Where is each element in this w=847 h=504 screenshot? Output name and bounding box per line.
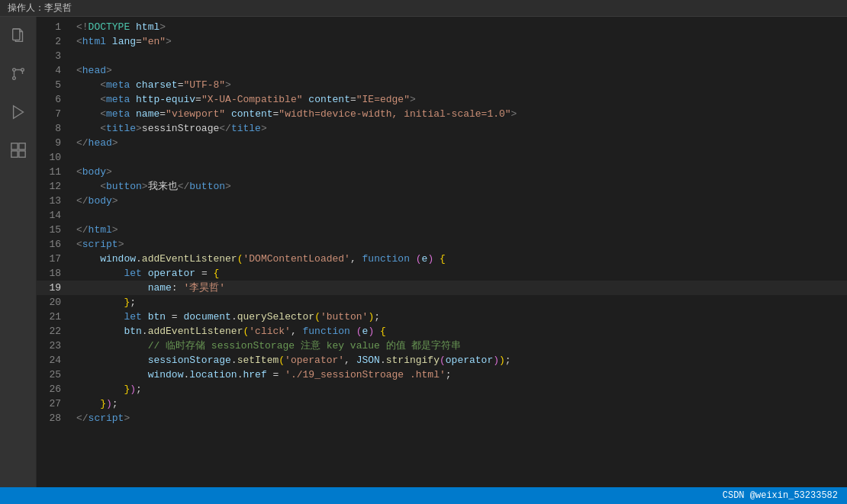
code-text: let btn = document.querySelector('button… (73, 310, 847, 324)
debug-icon[interactable] (5, 99, 31, 125)
code-text: }); (73, 396, 847, 411)
code-line: 14 (37, 208, 847, 223)
code-line: 15</html> (37, 223, 847, 237)
line-number: 28 (37, 411, 73, 425)
code-text: <button>我来也</button> (73, 179, 847, 194)
files-icon[interactable] (5, 23, 31, 49)
code-text: <meta name="viewport" content="width=dev… (73, 107, 847, 121)
code-text: <meta charset="UTF-8"> (73, 78, 847, 92)
code-line: 3 (37, 49, 847, 63)
svg-rect-8 (11, 143, 17, 149)
extensions-icon[interactable] (5, 137, 31, 163)
line-number: 22 (37, 324, 73, 339)
line-number: 12 (37, 179, 73, 194)
line-number: 15 (37, 223, 73, 237)
svg-point-4 (12, 69, 15, 72)
code-line: 2<html lang="en"> (37, 34, 847, 49)
svg-rect-9 (18, 143, 24, 149)
line-number: 26 (37, 382, 73, 396)
line-number: 20 (37, 295, 73, 310)
source-control-icon[interactable] (5, 61, 31, 87)
line-number: 10 (37, 150, 73, 165)
svg-rect-11 (18, 151, 24, 157)
code-line: 11<body> (37, 165, 847, 179)
code-text: <html lang="en"> (73, 34, 847, 49)
svg-marker-7 (13, 106, 23, 119)
code-line: 8 <title>sessinStroage</title> (37, 121, 847, 136)
line-number: 6 (37, 92, 73, 107)
code-text: <!DOCTYPE html> (73, 20, 847, 34)
line-number: 11 (37, 165, 73, 179)
line-number: 19 (37, 281, 73, 295)
code-line: 5 <meta charset="UTF-8"> (37, 78, 847, 92)
code-text: <title>sessinStroage</title> (73, 121, 847, 136)
code-line: 19 name: '李昊哲' (37, 281, 847, 295)
code-line: 6 <meta http-equiv="X-UA-Compatible" con… (37, 92, 847, 107)
code-line: 16<script> (37, 237, 847, 252)
code-line: 9</head> (37, 136, 847, 150)
code-line: 17 window.addEventListener('DOMContentLo… (37, 252, 847, 266)
code-line: 7 <meta name="viewport" content="width=d… (37, 107, 847, 121)
line-number: 25 (37, 368, 73, 382)
code-text: }); (73, 382, 847, 396)
code-text: </script> (73, 411, 847, 425)
line-number: 13 (37, 194, 73, 208)
line-number: 8 (37, 121, 73, 136)
line-number: 9 (37, 136, 73, 150)
code-text: btn.addEventListener('click', function (… (73, 324, 847, 339)
code-line: 4<head> (37, 63, 847, 78)
line-number: 24 (37, 353, 73, 368)
svg-rect-10 (11, 151, 17, 157)
code-line: 12 <button>我来也</button> (37, 179, 847, 194)
code-text: <body> (73, 165, 847, 179)
svg-point-5 (12, 77, 15, 80)
line-number: 17 (37, 252, 73, 266)
code-text: // 临时存储 sessionStorage 注意 key value 的值 都… (73, 339, 847, 353)
code-text: name: '李昊哲' (73, 281, 847, 295)
code-container[interactable]: 1<!DOCTYPE html>2<html lang="en">34<head… (37, 17, 847, 487)
code-line: 26 }); (37, 382, 847, 396)
code-line: 27 }); (37, 396, 847, 411)
code-line: 13</body> (37, 194, 847, 208)
line-number: 23 (37, 339, 73, 353)
line-number: 5 (37, 78, 73, 92)
bottom-bar: CSDN @weixin_53233582 (0, 487, 847, 504)
top-bar: 操作人：李昊哲 (0, 0, 847, 17)
code-text: window.addEventListener('DOMContentLoade… (73, 252, 847, 266)
code-line: 25 window.location.href = './19_sessionS… (37, 368, 847, 382)
line-number: 27 (37, 396, 73, 411)
svg-rect-0 (12, 29, 19, 40)
line-number: 14 (37, 208, 73, 223)
code-text: sessionStorage.setItem('operator', JSON.… (73, 353, 847, 368)
code-text: let operator = { (73, 266, 847, 281)
main-layout: 1<!DOCTYPE html>2<html lang="en">34<head… (0, 17, 847, 487)
line-number: 16 (37, 237, 73, 252)
line-number: 2 (37, 34, 73, 49)
code-text: </head> (73, 136, 847, 150)
code-text: <script> (73, 237, 847, 252)
code-line: 23 // 临时存储 sessionStorage 注意 key value 的… (37, 339, 847, 353)
csdn-label: CSDN @weixin_53233582 (723, 490, 838, 501)
line-number: 3 (37, 49, 73, 63)
code-line: 18 let operator = { (37, 266, 847, 281)
code-text: </html> (73, 223, 847, 237)
line-number: 21 (37, 310, 73, 324)
activity-bar (0, 17, 37, 487)
code-text: }; (73, 295, 847, 310)
code-line: 1<!DOCTYPE html> (37, 20, 847, 34)
code-line: 28</script> (37, 411, 847, 425)
author-label: 操作人：李昊哲 (8, 2, 72, 14)
line-number: 7 (37, 107, 73, 121)
code-text: <meta http-equiv="X-UA-Compatible" conte… (73, 92, 847, 107)
code-line: 20 }; (37, 295, 847, 310)
line-number: 18 (37, 266, 73, 281)
code-line: 24 sessionStorage.setItem('operator', JS… (37, 353, 847, 368)
line-number: 1 (37, 20, 73, 34)
code-line: 10 (37, 150, 847, 165)
code-line: 21 let btn = document.querySelector('but… (37, 310, 847, 324)
code-line: 22 btn.addEventListener('click', functio… (37, 324, 847, 339)
code-text: </body> (73, 194, 847, 208)
line-number: 4 (37, 63, 73, 78)
code-text: <head> (73, 63, 847, 78)
editor-area: 1<!DOCTYPE html>2<html lang="en">34<head… (37, 17, 847, 487)
